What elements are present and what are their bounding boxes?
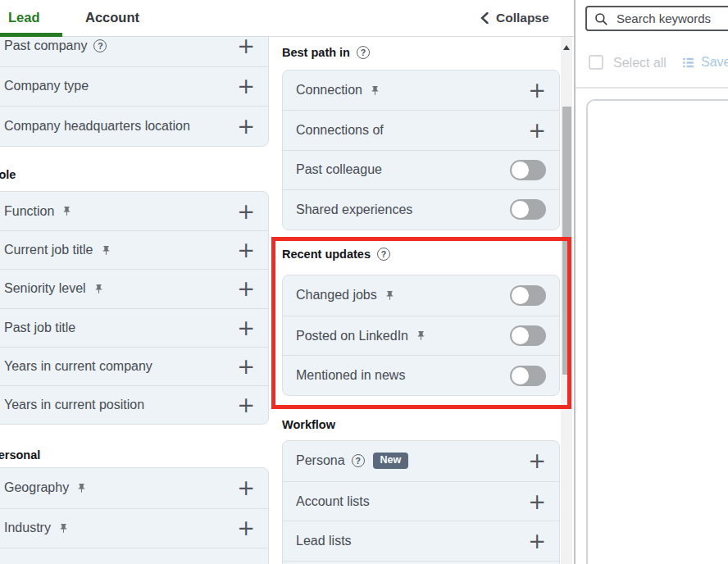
- select-all-checkbox[interactable]: [589, 55, 603, 70]
- filter-label: Industry: [4, 521, 51, 535]
- pin-icon: [93, 284, 104, 294]
- middle-filter-column: Best path in ? Connection+Connections of…: [282, 0, 560, 564]
- filter-row[interactable]: Seniority level+: [0, 269, 268, 307]
- collapse-button[interactable]: Collapse: [480, 11, 549, 25]
- help-icon[interactable]: ?: [93, 39, 107, 52]
- filter-label: Connections of: [296, 123, 384, 138]
- add-filter-button[interactable]: +: [528, 82, 546, 98]
- filter-row[interactable]: Past job title+: [0, 308, 268, 347]
- search-icon: [594, 11, 608, 26]
- filter-card-role: Function+Current job title+Seniority lev…: [0, 191, 269, 425]
- search-input[interactable]: [615, 11, 728, 26]
- filter-label: Past company: [4, 39, 87, 53]
- pin-icon: [384, 290, 395, 301]
- filter-row[interactable]: Persona?New+: [283, 441, 559, 481]
- add-filter-button[interactable]: +: [237, 480, 255, 496]
- filter-label: Account lists: [296, 494, 370, 509]
- section-label-text: Recent updates: [282, 248, 371, 261]
- add-filter-button[interactable]: +: [237, 358, 255, 375]
- filter-row[interactable]: Changed jobs: [283, 275, 559, 316]
- toggle-switch[interactable]: [510, 160, 546, 180]
- section-label-recent-updates: Recent updates ?: [282, 248, 390, 261]
- section-label-role: Role: [0, 168, 16, 181]
- toggle-switch[interactable]: [510, 325, 546, 346]
- save-label: Save t: [701, 55, 728, 70]
- section-label-personal: Personal: [0, 448, 40, 462]
- filter-row[interactable]: Industry+: [0, 508, 268, 548]
- add-filter-button[interactable]: +: [528, 494, 546, 510]
- filter-label: Mentioned in news: [296, 368, 405, 383]
- filter-label: Past job title: [4, 321, 75, 335]
- filter-row[interactable]: [283, 561, 559, 564]
- add-filter-button[interactable]: +: [237, 280, 255, 297]
- collapse-label: Collapse: [496, 11, 549, 25]
- save-to-list-button[interactable]: Save t: [681, 55, 728, 70]
- new-badge: New: [373, 453, 409, 469]
- toggle-switch[interactable]: [510, 285, 546, 306]
- pin-icon: [416, 330, 426, 341]
- tab-lead[interactable]: Lead: [8, 10, 40, 25]
- select-all-label: Select all: [613, 56, 667, 70]
- filter-row[interactable]: Shared experiences: [283, 189, 559, 229]
- filter-row[interactable]: Past colleague: [283, 150, 559, 189]
- filter-card-recent-updates: Changed jobsPosted on LinkedInMentioned …: [282, 275, 560, 396]
- add-filter-button[interactable]: +: [237, 397, 255, 413]
- pin-icon: [370, 85, 380, 96]
- filter-label: Function: [4, 204, 54, 219]
- help-icon[interactable]: ?: [357, 46, 370, 59]
- filter-row[interactable]: [0, 548, 268, 564]
- section-label-best-path-in: Best path in ?: [282, 46, 370, 59]
- scroll-up-arrow-icon[interactable]: [563, 45, 570, 50]
- filter-label: Company headquarters location: [4, 119, 190, 134]
- tab-account[interactable]: Account: [85, 10, 139, 25]
- filter-label: Past colleague: [296, 162, 382, 177]
- filter-row[interactable]: Company type+: [0, 66, 268, 107]
- add-filter-button[interactable]: +: [528, 122, 546, 139]
- add-filter-button[interactable]: +: [528, 533, 546, 549]
- filter-label: Company type: [4, 79, 89, 93]
- filter-label: Lead lists: [296, 534, 352, 548]
- section-label-workflow: Workflow: [282, 418, 335, 431]
- filter-row[interactable]: Account lists+: [283, 481, 559, 521]
- filter-row[interactable]: Connection+: [283, 70, 559, 110]
- add-filter-button[interactable]: +: [237, 78, 255, 94]
- help-icon[interactable]: ?: [377, 248, 390, 261]
- filter-label: Posted on LinkedIn: [296, 329, 408, 343]
- toggle-switch[interactable]: [510, 199, 546, 220]
- results-header-divider: [576, 87, 728, 89]
- filter-row[interactable]: Company headquarters location+: [0, 106, 268, 146]
- filter-row[interactable]: Geography+: [0, 468, 268, 508]
- filter-card-best-path: Connection+Connections of+Past colleague…: [282, 70, 560, 230]
- toggle-switch[interactable]: [510, 366, 546, 386]
- filter-row[interactable]: Function+: [0, 192, 268, 230]
- filter-label: Current job title: [4, 243, 93, 257]
- filter-row[interactable]: Current job title+: [0, 230, 268, 269]
- add-filter-button[interactable]: +: [528, 453, 546, 469]
- filter-card-personal: Geography+Industry+: [0, 467, 269, 564]
- scrollbar-thumb[interactable]: [562, 107, 571, 375]
- top-tab-bar: Lead Account Collapse: [0, 0, 575, 37]
- filter-row[interactable]: Lead lists+: [283, 521, 559, 561]
- add-filter-button[interactable]: +: [237, 320, 255, 336]
- filter-label: Changed jobs: [296, 288, 377, 302]
- help-icon[interactable]: ?: [352, 454, 365, 467]
- filter-label: Persona: [296, 453, 345, 468]
- filter-row[interactable]: Mentioned in news: [283, 355, 559, 395]
- filter-row[interactable]: Connections of+: [283, 110, 559, 149]
- filter-row[interactable]: Years in current position+: [0, 385, 268, 424]
- add-filter-button[interactable]: +: [237, 242, 255, 258]
- filter-row[interactable]: Posted on LinkedIn: [283, 316, 559, 356]
- add-filter-button[interactable]: +: [237, 203, 255, 220]
- pin-icon: [58, 523, 69, 534]
- chevron-left-icon: [480, 12, 489, 24]
- left-filter-column: Past company?+Company type+Company headq…: [0, 0, 269, 564]
- filter-label: Years in current position: [4, 398, 144, 412]
- filter-label: Seniority level: [4, 281, 86, 296]
- section-label-text: Best path in: [282, 46, 350, 59]
- filter-card-workflow: Persona?New+Account lists+Lead lists+: [282, 440, 560, 564]
- add-filter-button[interactable]: +: [237, 118, 255, 134]
- add-filter-button[interactable]: +: [237, 520, 255, 536]
- add-filter-button[interactable]: +: [237, 38, 255, 54]
- filter-row[interactable]: Years in current company+: [0, 347, 268, 385]
- filter-label: Shared experiences: [296, 202, 412, 217]
